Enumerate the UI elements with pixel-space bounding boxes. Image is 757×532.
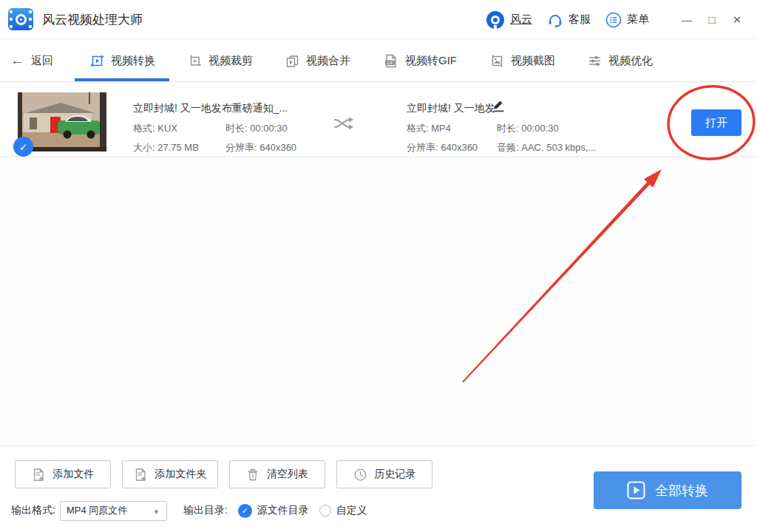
tab-label: 视频截图	[511, 54, 555, 68]
brand-logo-icon	[486, 10, 505, 30]
add-file-button[interactable]: 添加文件	[15, 460, 111, 488]
bottom-panel: 添加文件 添加文件夹 清空列表 历史记录	[0, 446, 757, 532]
history-button[interactable]: 历史记录	[336, 460, 432, 488]
source-title: 立即封城! 又一地发布重磅通知_...	[133, 102, 288, 115]
edit-output-name-icon[interactable]	[492, 99, 505, 115]
maximize-button[interactable]: □	[699, 7, 724, 33]
tab-video-to-gif[interactable]: GIF 视频转GIF	[367, 40, 474, 81]
radio-selected-icon: ✓	[238, 504, 252, 518]
nav-bar: ← 返回 视频转换 视频裁剪	[0, 40, 757, 82]
close-button[interactable]: ✕	[724, 7, 750, 33]
radio-custom-dir[interactable]: 自定义	[319, 504, 367, 517]
source-size: 大小: 27.75 MB	[133, 141, 199, 154]
add-file-label: 添加文件	[53, 468, 95, 481]
radio-unselected-icon	[319, 505, 331, 516]
tab-label: 视频合并	[306, 54, 350, 68]
tab-label: 视频裁剪	[208, 54, 253, 68]
open-button[interactable]: 打开	[691, 109, 741, 136]
output-format-value: MP4 同原文件	[67, 504, 127, 517]
menu-label: 菜单	[627, 13, 649, 27]
play-icon	[627, 481, 645, 499]
video-crop-icon	[188, 54, 202, 68]
convert-all-label: 全部转换	[655, 482, 708, 499]
output-duration: 时长: 00:00:30	[497, 122, 559, 135]
radio-custom-dir-label: 自定义	[336, 504, 367, 517]
output-resolution: 分辨率: 640x360	[407, 141, 478, 154]
optimize-sliders-icon	[588, 54, 602, 68]
add-folder-button[interactable]: 添加文件夹	[122, 460, 218, 488]
back-button[interactable]: ← 返回	[10, 52, 64, 69]
output-dir-label: 输出目录:	[183, 504, 228, 517]
output-title: 立即封城! 又一地发...	[407, 102, 503, 115]
gif-icon: GIF	[384, 54, 398, 68]
radio-source-dir-label: 源文件目录	[257, 504, 309, 517]
history-label: 历史记录	[375, 468, 416, 481]
output-format-label: 输出格式:	[11, 504, 55, 517]
radio-source-dir[interactable]: ✓ 源文件目录	[238, 504, 309, 518]
svg-text:GIF: GIF	[387, 60, 393, 64]
chevron-down-icon: ▼	[153, 508, 160, 516]
trash-icon	[246, 468, 259, 482]
add-file-icon	[32, 468, 46, 482]
add-folder-label: 添加文件夹	[155, 468, 207, 481]
screenshot-icon	[490, 54, 504, 68]
tab-label: 视频优化	[608, 54, 653, 68]
tab-label: 视频转换	[111, 54, 155, 68]
minimize-button[interactable]: —	[674, 7, 699, 33]
tab-video-optimize[interactable]: 视频优化	[571, 40, 669, 81]
support-label: 客服	[568, 13, 591, 27]
video-merge-icon	[285, 54, 299, 68]
menu-button[interactable]: 菜单	[605, 12, 649, 28]
output-options-bar: 输出格式: MP4 同原文件 ▼ 输出目录: ✓ 源文件目录 自定义	[0, 499, 757, 522]
support-button[interactable]: 客服	[547, 12, 591, 28]
source-resolution: 分辨率: 640x360	[225, 141, 296, 154]
app-logo-icon	[8, 8, 33, 30]
clear-list-label: 清空列表	[267, 468, 308, 481]
tab-video-convert[interactable]: 视频转换	[74, 40, 172, 81]
title-bar: 风云视频处理大师 风云 客服	[0, 0, 757, 39]
video-convert-icon	[90, 54, 104, 68]
back-arrow-icon: ←	[10, 52, 24, 69]
brand-label: 风云	[510, 13, 532, 27]
output-format: 格式: MP4	[407, 122, 451, 135]
headset-icon	[547, 12, 563, 28]
tab-video-crop[interactable]: 视频裁剪	[172, 40, 269, 81]
file-list-empty-area	[0, 158, 757, 446]
selected-check-badge[interactable]: ✓	[13, 137, 33, 157]
clear-list-button[interactable]: 清空列表	[229, 460, 325, 488]
app-title: 风云视频处理大师	[42, 11, 143, 28]
add-folder-icon	[134, 468, 148, 482]
source-format: 格式: KUX	[133, 122, 177, 135]
convert-direction-icon	[333, 115, 355, 134]
tab-video-screenshot[interactable]: 视频截图	[474, 40, 571, 81]
output-format-select[interactable]: MP4 同原文件 ▼	[60, 501, 167, 521]
file-row: ✓ 立即封城! 又一地发布重磅通知_... 格式: KUX 时长: 00:00:…	[0, 83, 757, 157]
tab-video-merge[interactable]: 视频合并	[269, 40, 367, 81]
back-label: 返回	[31, 54, 53, 68]
menu-icon	[605, 12, 622, 28]
source-duration: 时长: 00:00:30	[225, 122, 288, 135]
output-audio: 音频: AAC, 503 kbps,...	[497, 141, 596, 154]
clock-icon	[353, 468, 367, 482]
brand-link[interactable]: 风云	[486, 10, 532, 30]
tab-label: 视频转GIF	[405, 54, 457, 68]
